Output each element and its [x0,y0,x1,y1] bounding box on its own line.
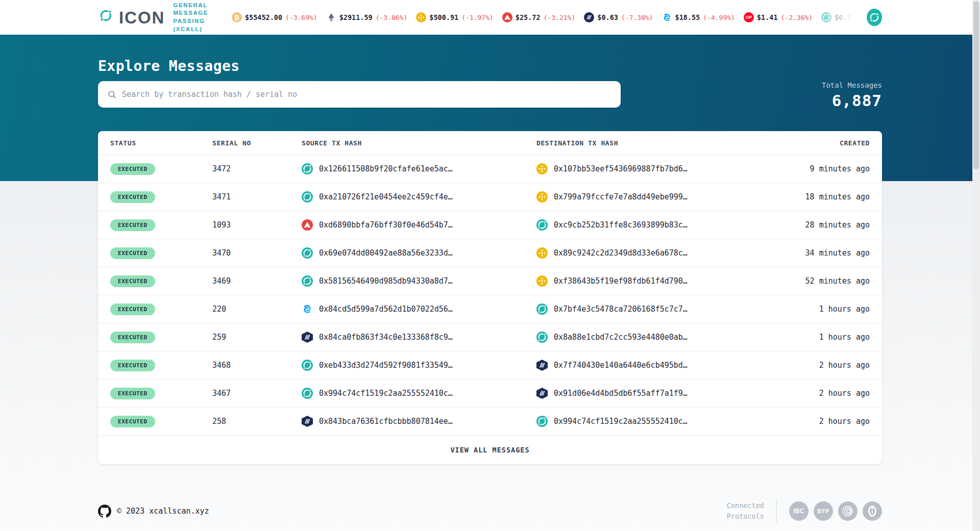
btp-protocol-icon: BTP [814,501,833,521]
destination-tx-cell: 0x7f740430e140a6440e6cb495bd… [536,360,763,371]
serial-no-cell: 220 [212,305,302,314]
source-tx-hash-link[interactable]: 0xa210726f21e0454ee2c459cf4e… [319,192,453,201]
status-badge: EXECUTED [110,163,155,175]
ticker-change: (-7.38%) [621,14,653,21]
source-tx-hash-link[interactable]: 0x994c74cf1519c2aa255552410c… [319,389,453,398]
source-tx-hash-link[interactable]: 0x58156546490d985db94330a8d7… [319,276,453,286]
injective-chain-icon [302,304,313,315]
icon-logo[interactable]: ICON GENERAL MESSAGE PASSING (XCALL) [98,2,232,33]
price-ticker: ₿$55452.00(-3.69%) $2911.59(-3.86%) $500… [232,12,855,22]
status-cell: EXECUTED [110,416,212,427]
destination-tx-hash-link[interactable]: 0xf38643b5f19ef98fdb61f4d790… [554,276,688,286]
status-cell: EXECUTED [110,360,212,371]
serial-no-cell: 1093 [212,220,302,230]
icon-network-button[interactable] [867,9,882,26]
brand-wordmark: ICON [119,9,165,26]
total-messages-value: 6,887 [822,91,882,110]
ticker-change: (-2.36%) [781,14,813,21]
havah-chain-icon [584,12,594,22]
destination-tx-hash-link[interactable]: 0x7f740430e140a6440e6cb495bd… [554,361,688,370]
col-destination-tx-hash: DESTINATION TX HASH [536,139,763,147]
icon-chain-icon [536,304,548,315]
icon-chain-icon [821,12,831,22]
search-box [98,81,621,108]
btc-chain-icon: ₿ [232,12,242,22]
icon-chain-icon [302,275,313,287]
table-row: EXECUTED3472 0x126611508b9f20cfafe61ee5a… [98,155,882,183]
ticker-item-icx: $0.13 [821,12,855,22]
status-badge: EXECUTED [110,219,155,231]
view-all-messages-button[interactable]: VIEW ALL MESSAGES [98,435,882,464]
source-tx-cell: 0x126611508b9f20cfafe61ee5ac… [302,163,536,174]
source-tx-cell: 0x994c74cf1519c2aa255552410c… [302,388,536,399]
status-cell: EXECUTED [110,247,212,259]
source-tx-hash-link[interactable]: 0x843bca76361cfbcbbb807814ee… [319,417,453,426]
destination-tx-hash-link[interactable]: 0x89c9242c2d2349d8d33e6a678c… [554,248,688,258]
icon-chain-icon [536,416,548,427]
source-tx-cell: 0x69e074dd00492ae88a56e3233d… [302,247,536,259]
destination-tx-hash-link[interactable]: 0x799a79fccfe7e7a8dd49ebe999… [554,192,688,201]
created-cell: 28 minutes ago [763,220,870,230]
source-tx-cell: 0x58156546490d985db94330a8d7… [302,275,536,287]
source-tx-cell: 0x84cd5d599a7d562d1b07022d56… [302,304,536,315]
github-icon[interactable] [98,504,111,518]
ticker-item-avax: $25.72(-3.21%) [502,12,575,22]
created-cell: 34 minutes ago [763,248,870,258]
source-tx-hash-link[interactable]: 0x84cd5d599a7d562d1b07022d56… [319,305,453,314]
status-cell: EXECUTED [110,388,212,399]
havah-chain-icon [536,388,548,399]
status-badge: EXECUTED [110,416,155,427]
destination-tx-hash-link[interactable]: 0x91d06e4d4bd5db6f55aff7a1f9… [554,389,688,398]
ticker-change: (-3.21%) [544,14,576,21]
serial-no-cell: 3468 [212,361,302,370]
avax-chain-icon [502,12,512,22]
source-tx-hash-link[interactable]: 0x84ca0fb863f34c0e133368f8c9… [319,333,453,342]
table-header-row: STATUS SERIAL NO SOURCE TX HASH DESTINAT… [98,131,882,155]
created-cell: 2 hours ago [763,389,870,398]
page-scrollbar[interactable] [972,0,980,531]
icon-chain-icon [302,360,313,371]
table-row: EXECUTED259 0x84ca0fb863f34c0e133368f8c9… [98,323,882,351]
havah-chain-icon [536,360,548,371]
ticker-item-hvh: $0.63(-7.38%) [584,12,653,22]
destination-tx-hash-link[interactable]: 0x8a88e1cbd7c2cc593e4480e0ab… [554,333,688,342]
status-cell: EXECUTED [110,191,212,203]
status-badge: EXECUTED [110,332,155,343]
table-row: EXECUTED3468 0xeb433d3d274d592f9081f3354… [98,351,882,379]
serial-no-cell: 3470 [212,248,302,258]
portal-protocol-icon [863,501,882,521]
page-title: Explore Messages [98,58,882,74]
status-badge: EXECUTED [110,360,155,371]
footer-divider [776,500,777,522]
destination-tx-hash-link[interactable]: 0xc9cb252b31ffe8c3693899b83c… [554,220,688,230]
serial-no-cell: 259 [212,333,302,342]
source-tx-cell: 0x84ca0fb863f34c0e133368f8c9… [302,332,536,343]
icon-chain-icon [302,247,313,259]
havah-chain-icon [302,332,313,343]
bnb-chain-icon [416,12,426,22]
search-input[interactable] [122,90,611,99]
status-cell: EXECUTED [110,332,212,343]
icon-chain-icon [536,219,548,231]
source-tx-hash-link[interactable]: 0xeb433d3d274d592f9081f33549… [319,361,453,370]
connected-protocols-label: Connected Protocols [727,500,764,522]
table-row: EXECUTED3470 0x69e074dd00492ae88a56e3233… [98,239,882,267]
messages-table: STATUS SERIAL NO SOURCE TX HASH DESTINAT… [98,131,882,464]
source-tx-hash-link[interactable]: 0x126611508b9f20cfafe61ee5ac… [319,164,453,173]
bnb-chain-icon [536,163,548,174]
destination-tx-hash-link[interactable]: 0x107bb53eef5436969887fb7bd6… [554,164,688,173]
source-tx-cell: 0x843bca76361cfbcbbb807814ee… [302,416,536,427]
destination-tx-cell: 0x799a79fccfe7e7a8dd49ebe999… [536,191,763,203]
ticker-change: (-4.99%) [703,14,735,21]
scrollbar-thumb[interactable] [973,1,979,169]
destination-tx-hash-link[interactable]: 0x994c74cf1519c2aa255552410c… [554,417,688,426]
avax-chain-icon [302,219,313,231]
destination-tx-hash-link[interactable]: 0x7bf4e3c5478ca7206168f5c7c7… [554,305,688,314]
bnb-chain-icon [536,247,548,259]
table-row: EXECUTED3467 0x994c74cf1519c2aa255552410… [98,379,882,407]
source-tx-hash-link[interactable]: 0x69e074dd00492ae88a56e3233d… [319,248,453,258]
footer: © 2023 xcallscan.xyz Connected Protocols… [0,500,980,522]
brand-subtitle: GENERAL MESSAGE PASSING (XCALL) [173,2,231,33]
serial-no-cell: 3472 [212,164,302,173]
source-tx-hash-link[interactable]: 0xd6890bbfa76bff30f0e46d54b7… [319,220,453,230]
